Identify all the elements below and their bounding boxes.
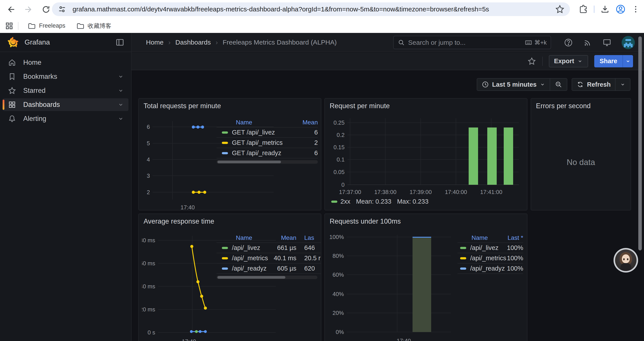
series-swatch[interactable] — [222, 142, 228, 144]
bookmarks-divider — [18, 22, 18, 30]
panel-total-requests[interactable]: Total requests per minute 6 5 4 3 2 — [138, 98, 321, 210]
panel-requests-under-100ms[interactable]: Requests under 100ms 100% 80% 60% 40% 20… — [324, 213, 528, 341]
series-swatch[interactable] — [222, 257, 228, 259]
legend-row[interactable]: /api/_livez 661 µs 646 — [216, 243, 321, 253]
kiosk-monitor-icon[interactable] — [602, 38, 612, 47]
chevron-down-icon[interactable] — [118, 101, 124, 108]
chevron-down-icon[interactable] — [118, 87, 124, 94]
series-swatch[interactable] — [222, 247, 228, 249]
extensions-icon[interactable] — [578, 5, 588, 14]
legend-row[interactable]: /api/_metrics 40.1 ms 20.5 r — [216, 253, 321, 263]
sidebar-item-label: Bookmarks — [23, 73, 118, 81]
panel-errors-per-second[interactable]: Errors per second No data — [531, 98, 631, 210]
screen: grafana.mathmast.com/d/deytv4rwavabkb/fr… — [0, 0, 644, 341]
sidebar-item-starred[interactable]: Starred — [3, 84, 128, 97]
series-swatch[interactable] — [460, 257, 466, 259]
legend-row[interactable]: GET /api/_livez 6 — [216, 128, 318, 138]
news-rss-icon[interactable] — [583, 38, 592, 47]
export-button[interactable]: Export — [549, 55, 588, 67]
bars-2xx — [469, 128, 513, 185]
svg-text:0.25: 0.25 — [334, 119, 344, 126]
legend-col-last[interactable]: Las — [304, 234, 321, 241]
legend-col-last[interactable]: Last * — [508, 234, 523, 241]
download-icon[interactable] — [600, 5, 610, 14]
share-menu-button[interactable] — [622, 55, 633, 67]
url-text[interactable]: grafana.mathmast.com/d/deytv4rwavabkb/fr… — [72, 6, 555, 13]
request-per-minute-chart: 0.25 0.2 0.15 0.1 0.05 0 17:37:00 17:38:… — [328, 115, 523, 203]
panel-title[interactable]: Requests under 100ms — [330, 217, 401, 225]
bookmark-folder-freeleaps[interactable]: Freeleaps — [24, 20, 69, 32]
svg-text:0.1: 0.1 — [337, 156, 344, 163]
series-swatch[interactable] — [222, 267, 228, 270]
legend-row[interactable]: GET /api/_readyz 6 — [216, 148, 318, 158]
user-avatar[interactable] — [622, 36, 635, 49]
chevron-down-icon — [577, 58, 583, 64]
bookmark-star-icon[interactable] — [555, 5, 565, 14]
series-swatch[interactable] — [460, 247, 466, 249]
breadcrumb-dashboards[interactable]: Dashboards — [175, 39, 211, 46]
panel-avg-response-time[interactable]: Average response time 80 ms 60 ms 40 ms … — [138, 213, 321, 341]
legend-col-name[interactable]: Name — [236, 234, 252, 241]
panel-title[interactable]: Request per minute — [330, 102, 390, 110]
panel-title[interactable]: Total requests per minute — [144, 102, 221, 110]
sidebar-item-label: Alerting — [23, 115, 118, 123]
breadcrumb-home[interactable]: Home — [146, 39, 164, 46]
legend-col-name[interactable]: Name — [472, 234, 488, 241]
bookmark-folder-blogs[interactable]: 收藏博客 — [73, 20, 115, 32]
svg-text:20 ms: 20 ms — [142, 306, 155, 313]
forward-button[interactable] — [22, 3, 35, 16]
chevron-down-icon — [540, 82, 545, 87]
zoom-out-button[interactable] — [550, 79, 567, 90]
scrollbar-thumb[interactable] — [638, 37, 642, 250]
sidebar-item-dashboards[interactable]: Dashboards — [3, 98, 128, 111]
reload-button[interactable] — [40, 3, 52, 16]
sidebar-item-label: Home — [23, 59, 124, 67]
panel-title[interactable]: Average response time — [144, 217, 214, 225]
chevron-down-icon[interactable] — [118, 115, 124, 122]
main-area: Home › Dashboards › Freeleaps Metrics Da… — [132, 33, 644, 341]
series-swatch[interactable] — [222, 152, 228, 154]
panel-title[interactable]: Errors per second — [536, 102, 591, 110]
grafana-logo[interactable] — [6, 36, 19, 49]
refresh-button[interactable]: Refresh — [572, 79, 615, 90]
sidebar-item-bookmarks[interactable]: Bookmarks — [3, 70, 128, 83]
assistant-avatar[interactable] — [614, 248, 638, 272]
legend-col-name[interactable]: Name — [236, 119, 252, 126]
panel-request-per-minute[interactable]: Request per minute 0.25 0.2 — [324, 98, 528, 210]
folder-icon — [76, 22, 84, 30]
chevron-down-icon[interactable] — [118, 73, 124, 80]
url-bar[interactable]: grafana.mathmast.com/d/deytv4rwavabkb/fr… — [52, 3, 570, 16]
legend-col-mean[interactable]: Mean — [270, 234, 296, 241]
site-settings-icon[interactable] — [58, 5, 66, 14]
grafana-app: Grafana Home Bookmarks Starred — [0, 33, 644, 341]
dock-sidebar-icon[interactable] — [115, 38, 124, 47]
legend-row[interactable]: /api/_readyz 100% — [458, 263, 523, 274]
menu-kebab-icon[interactable] — [631, 5, 640, 14]
apps-grid-icon[interactable] — [5, 22, 14, 30]
search-shortcut: ⌘+k — [525, 39, 547, 46]
sidebar-item-alerting[interactable]: Alerting — [3, 112, 128, 125]
search-input[interactable] — [408, 39, 525, 46]
legend-item-2xx[interactable]: 2xx — [331, 198, 350, 205]
legend-scrollbar[interactable] — [216, 160, 318, 164]
legend-row[interactable]: GET /api/_metrics 2 — [216, 138, 318, 148]
refresh-interval-button[interactable] — [616, 79, 630, 90]
back-button[interactable] — [5, 3, 17, 16]
favorite-star-button[interactable] — [528, 57, 536, 66]
sidebar-header: Grafana — [0, 33, 131, 52]
page-scrollbar[interactable] — [637, 33, 643, 341]
legend-scrollbar[interactable] — [216, 276, 318, 279]
legend-row[interactable]: /api/_readyz 605 µs 620 — [216, 263, 321, 274]
legend-row[interactable]: /api/_livez 100% — [458, 243, 523, 253]
header-icons — [564, 33, 635, 52]
legend-col-mean[interactable]: Mean — [294, 119, 318, 126]
share-button[interactable]: Share — [594, 55, 622, 67]
series-swatch[interactable] — [460, 267, 466, 270]
time-range-picker[interactable]: Last 5 minutes — [477, 79, 550, 90]
legend-row[interactable]: /api/_metrics 100% — [458, 253, 523, 263]
sidebar-item-home[interactable]: Home — [3, 56, 128, 69]
search-box[interactable]: ⌘+k — [393, 36, 551, 49]
profile-icon[interactable] — [616, 4, 626, 14]
series-swatch[interactable] — [222, 131, 228, 134]
help-icon[interactable] — [564, 38, 573, 47]
